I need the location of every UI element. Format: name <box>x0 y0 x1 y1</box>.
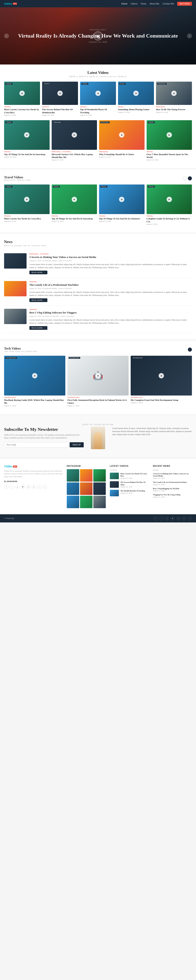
news-thumbnail[interactable] <box>4 253 27 269</box>
footer-news-item[interactable]: Vlogging For New By Using A Blog August … <box>153 494 192 498</box>
play-icon[interactable] <box>159 373 164 379</box>
insta-thumb[interactable] <box>67 496 79 508</box>
nav-news[interactable]: News <box>141 2 147 5</box>
buy-now-button[interactable]: BUY NOW <box>177 2 192 6</box>
travel-next-arrow[interactable]: › <box>188 176 192 180</box>
nav-logo[interactable]: Vidiho PRO <box>4 2 17 5</box>
play-icon[interactable] <box>167 132 172 138</box>
twitter-icon[interactable]: t <box>10 485 14 489</box>
play-icon[interactable] <box>57 91 63 96</box>
newsletter-email-input[interactable] <box>4 442 69 447</box>
read-more-button[interactable]: READ MORE <box>29 326 47 330</box>
footer-news-item[interactable]: The Lonely Life of a Professional YouTub… <box>153 481 192 485</box>
video-badge: TECHNOLOGY <box>5 357 17 359</box>
footer-bottom: A Theme By f t g ▶ in p r <box>0 514 196 522</box>
news-thumbnail[interactable] <box>4 309 27 324</box>
footer-video-item[interactable]: The Secrets Behind The Rise Of Skim Augu… <box>110 481 149 488</box>
footer-facebook-icon[interactable]: f <box>153 516 158 520</box>
reddit-icon[interactable]: r <box>37 485 41 489</box>
nav-videos[interactable]: Videos <box>131 2 137 5</box>
play-icon[interactable] <box>119 132 124 138</box>
nav-contact[interactable]: Contact Me <box>163 2 174 5</box>
video-card[interactable]: TECHNOLOGY TECHNOLOGY My Complete Front … <box>131 356 192 408</box>
video-card[interactable]: TRAVEL TRAVEL Top 10 Things To See And D… <box>99 185 145 226</box>
nav-about[interactable]: About Me <box>150 2 159 5</box>
footer-reddit-icon[interactable]: r <box>188 516 192 520</box>
play-icon[interactable] <box>167 197 172 202</box>
footer-pinterest-icon[interactable]: p <box>182 516 186 520</box>
footer-google-icon[interactable]: g <box>165 516 169 520</box>
news-categories: PERSONAL, TUTORIAL <box>29 253 192 255</box>
video-date: August 17, 2018 <box>131 402 192 404</box>
youtube-icon[interactable]: ▶ <box>21 485 25 489</box>
hero-play-button[interactable] <box>94 32 102 40</box>
play-icon[interactable] <box>119 197 124 202</box>
google-icon[interactable]: g <box>15 485 20 489</box>
play-icon[interactable] <box>171 91 177 96</box>
video-card[interactable]: TRAVEL TRAVEL Complete Guide To Driving … <box>147 185 192 226</box>
linkedin-icon[interactable]: in <box>26 485 30 489</box>
video-card[interactable]: PERSONAL PERSONAL, TUTORIAL Microsoft Su… <box>52 120 97 162</box>
video-card[interactable]: TECHNOLOGY TECHNOLOGY MacBook Buying Gui… <box>4 356 65 408</box>
facebook-icon[interactable]: f <box>4 485 9 489</box>
footer-twitter-icon[interactable]: t <box>159 516 163 520</box>
video-card[interactable]: SPORTS SPORTS The Secrets Behind The Ris… <box>42 82 78 117</box>
news-article-title: 3 Secrets to Making Your Videos a Succes… <box>29 256 192 259</box>
nav-home[interactable]: Home <box>121 2 127 5</box>
video-info: PERSONAL Why Friendship Should Be A Choi… <box>99 150 145 159</box>
footer-logo-badge: PRO <box>13 466 17 468</box>
video-thumbnail: MUSIC <box>118 82 154 105</box>
pinterest-icon[interactable]: p <box>32 485 36 489</box>
video-card[interactable]: TRAVEL TRAVEL Must Carries Carretta Sea … <box>4 82 40 117</box>
insta-thumb[interactable] <box>93 482 106 495</box>
play-icon[interactable] <box>32 373 37 379</box>
travel-prev-arrow[interactable]: ‹ <box>183 176 187 180</box>
newsletter-signup-button[interactable]: SIGN UP <box>70 442 84 447</box>
video-badge: TRAVEL <box>5 83 13 85</box>
footer-video-item[interactable]: Must Carries Sea Turtle Of Costa Rica Au… <box>110 473 149 479</box>
video-card[interactable]: TRAVEL TRAVEL Top 10 Wonderful Places Of… <box>80 82 116 117</box>
read-more-button[interactable]: READ MORE <box>29 270 47 274</box>
insta-thumb[interactable] <box>80 482 92 495</box>
video-card[interactable]: TECHNOLOGY 🤖 TECHNOLOGY First Fully Auto… <box>67 356 129 408</box>
play-icon[interactable] <box>19 91 25 96</box>
footer-video-item[interactable]: The Health Benefits Of Surfing August 15… <box>110 490 149 496</box>
news-category: OPINION <box>29 281 37 282</box>
video-card[interactable]: TRAVEL TRAVEL Top 10 Things To See And D… <box>52 185 97 226</box>
insta-thumb[interactable] <box>67 469 79 482</box>
play-icon[interactable] <box>72 197 77 202</box>
footer-linkedin-icon[interactable]: in <box>177 516 180 520</box>
insta-thumb[interactable] <box>93 496 106 508</box>
play-icon[interactable] <box>96 91 100 96</box>
read-more-button[interactable]: READ MORE <box>29 298 47 302</box>
footer-news-item[interactable]: 3 Secrets to Making Your Videos a Succes… <box>153 473 192 479</box>
logo-text: Vidiho <box>4 2 12 5</box>
news-content: OPINION The Lonely Life of a Professiona… <box>29 281 192 302</box>
hero-next-button[interactable]: › <box>187 33 192 38</box>
video-card[interactable]: TRAVEL TRAVEL Must Carries Sea Turtle In… <box>4 185 49 226</box>
footer-news-item[interactable]: Best 5 Vlog Blogging On YouTube August 1… <box>153 488 192 492</box>
play-icon[interactable] <box>133 91 139 96</box>
tech-next-arrow[interactable]: › <box>188 348 192 352</box>
play-icon[interactable] <box>24 197 29 202</box>
video-card[interactable]: MUSIC MUSIC Something About Playing Guit… <box>118 82 154 117</box>
hero-prev-button[interactable]: ‹ <box>4 33 9 38</box>
video-category: PERSONAL, TUTORIAL <box>52 151 97 153</box>
video-title: First Fully Automated Reception Desk In … <box>67 399 129 404</box>
share-icon[interactable]: s <box>43 485 47 489</box>
insta-thumb[interactable] <box>67 482 79 495</box>
insta-thumb[interactable] <box>93 469 106 482</box>
footer-news-info: The Lonely Life of a Professional YouTub… <box>153 481 187 485</box>
play-icon[interactable] <box>24 132 29 138</box>
footer-youtube-icon[interactable]: ▶ <box>171 516 175 520</box>
video-card[interactable]: PERSONAL PERSONAL How To Be The Young Fo… <box>156 82 192 117</box>
news-thumbnail[interactable] <box>4 281 27 296</box>
hero-section: ‹ TECHNOLOGY Virtual Reality Is Already … <box>0 7 196 65</box>
video-card[interactable]: TRAVEL TRAVEL Over 7 Most Beautiful Tour… <box>147 120 192 162</box>
insta-thumb[interactable] <box>80 496 92 508</box>
video-card[interactable]: TRAVEL TRAVEL Top 10 Things To See And D… <box>4 120 49 162</box>
insta-thumb[interactable] <box>80 469 92 482</box>
play-icon[interactable] <box>72 132 77 138</box>
play-icon[interactable] <box>96 373 100 379</box>
video-card[interactable]: PERSONAL PERSONAL Why Friendship Should … <box>99 120 145 162</box>
